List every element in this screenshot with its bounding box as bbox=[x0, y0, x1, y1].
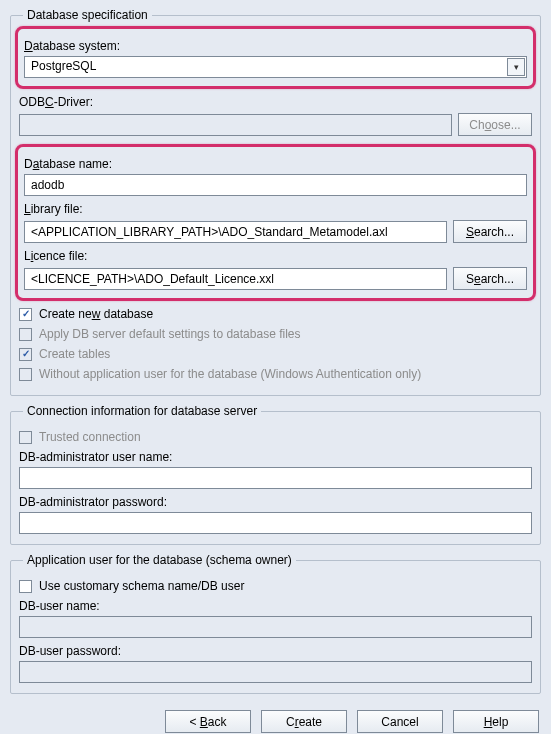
connection-info-group: Connection information for database serv… bbox=[10, 404, 541, 545]
database-specification-legend: Database specification bbox=[23, 8, 152, 22]
application-user-legend: Application user for the database (schem… bbox=[23, 553, 296, 567]
library-file-label: Library file: bbox=[24, 202, 527, 216]
apply-default-settings-checkbox bbox=[19, 328, 32, 341]
apply-default-settings-label: Apply DB server default settings to data… bbox=[39, 327, 300, 341]
db-user-name-label: DB-user name: bbox=[19, 599, 532, 613]
library-file-input[interactable] bbox=[24, 221, 447, 243]
db-user-password-label: DB-user password: bbox=[19, 644, 532, 658]
create-tables-label: Create tables bbox=[39, 347, 110, 361]
back-button[interactable]: < Back bbox=[165, 710, 251, 733]
db-admin-password-label: DB-administrator password: bbox=[19, 495, 532, 509]
highlight-database-system: Database system: PostgreSQL ▾ bbox=[15, 26, 536, 89]
db-admin-user-label: DB-administrator user name: bbox=[19, 450, 532, 464]
connection-info-legend: Connection information for database serv… bbox=[23, 404, 261, 418]
trusted-connection-label: Trusted connection bbox=[39, 430, 141, 444]
create-button[interactable]: Create bbox=[261, 710, 347, 733]
footer-buttons: < Back Create Cancel Help bbox=[0, 702, 551, 733]
licence-file-input[interactable] bbox=[24, 268, 447, 290]
odbc-driver-label: ODBC-Driver: bbox=[19, 95, 532, 109]
trusted-connection-checkbox bbox=[19, 431, 32, 444]
library-search-button[interactable]: Search... bbox=[453, 220, 527, 243]
choose-button: Choose... bbox=[458, 113, 532, 136]
without-app-user-checkbox bbox=[19, 368, 32, 381]
db-admin-user-input[interactable] bbox=[19, 467, 532, 489]
create-tables-checkbox bbox=[19, 348, 32, 361]
cancel-button[interactable]: Cancel bbox=[357, 710, 443, 733]
db-admin-password-input[interactable] bbox=[19, 512, 532, 534]
application-user-group: Application user for the database (schem… bbox=[10, 553, 541, 694]
dropdown-icon[interactable]: ▾ bbox=[507, 58, 525, 76]
use-customary-schema-checkbox[interactable] bbox=[19, 580, 32, 593]
use-customary-schema-label: Use customary schema name/DB user bbox=[39, 579, 244, 593]
db-user-password-input bbox=[19, 661, 532, 683]
database-system-value: PostgreSQL bbox=[24, 56, 527, 78]
licence-search-button[interactable]: Search... bbox=[453, 267, 527, 290]
database-specification-group: Database specification Database system: … bbox=[10, 8, 541, 396]
database-system-label: Database system: bbox=[24, 39, 527, 53]
database-name-label: Database name: bbox=[24, 157, 527, 171]
db-user-name-input bbox=[19, 616, 532, 638]
odbc-driver-input bbox=[19, 114, 452, 136]
licence-file-label: Licence file: bbox=[24, 249, 527, 263]
highlight-db-fields: Database name: Library file: Search... L… bbox=[15, 144, 536, 301]
create-new-database-label: Create new database bbox=[39, 307, 153, 321]
without-app-user-label: Without application user for the databas… bbox=[39, 367, 421, 381]
help-button[interactable]: Help bbox=[453, 710, 539, 733]
create-new-database-checkbox[interactable] bbox=[19, 308, 32, 321]
database-system-select[interactable]: PostgreSQL ▾ bbox=[24, 56, 527, 78]
database-name-input[interactable] bbox=[24, 174, 527, 196]
